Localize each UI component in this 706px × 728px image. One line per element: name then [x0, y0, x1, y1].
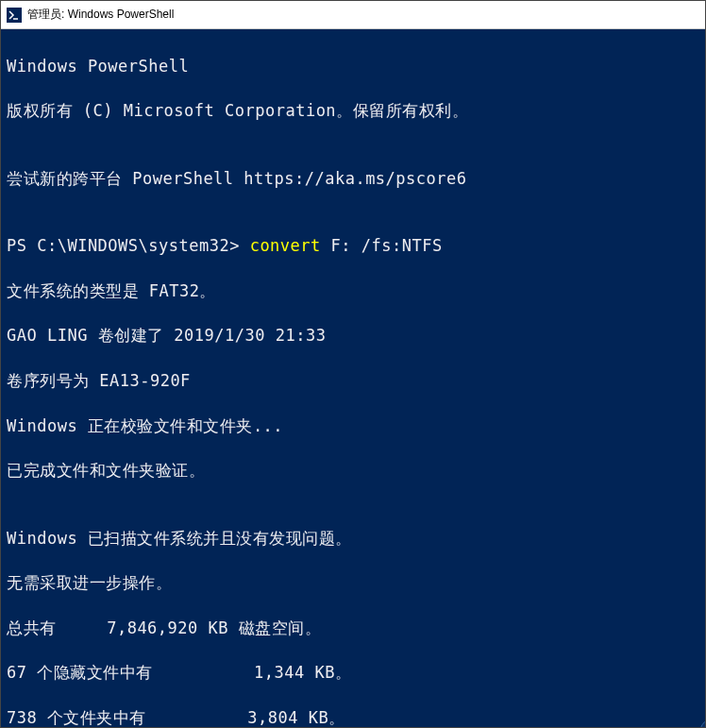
command-convert: convert — [250, 236, 321, 255]
output-line: 738 个文件夹中有 3,804 KB。 — [7, 707, 699, 727]
output-line: 尝试新的跨平台 PowerShell https://aka.ms/pscore… — [7, 168, 699, 191]
output-line: Windows PowerShell — [7, 56, 699, 78]
powershell-window: 管理员: Windows PowerShell Windows PowerShe… — [0, 0, 706, 728]
output-line: 卷序列号为 EA13-920F — [7, 370, 699, 393]
output-line: 文件系统的类型是 FAT32。 — [7, 280, 699, 303]
output-line: Windows 已扫描文件系统并且没有发现问题。 — [7, 528, 699, 550]
prompt-line: PS C:\WINDOWS\system32> convert F: /fs:N… — [7, 235, 699, 258]
output-line: 无需采取进一步操作。 — [7, 572, 699, 595]
output-line: GAO LING 卷创建了 2019/1/30 21:33 — [7, 325, 699, 347]
output-line: 已完成文件和文件夹验证。 — [7, 460, 699, 483]
titlebar[interactable]: 管理员: Windows PowerShell — [1, 1, 705, 29]
output-line: Windows 正在校验文件和文件夹... — [7, 415, 699, 438]
command-args: F: /fs:NTFS — [321, 236, 443, 255]
output-line: 版权所有 (C) Microsoft Corporation。保留所有权利。 — [7, 100, 699, 123]
titlebar-text: 管理员: Windows PowerShell — [27, 7, 174, 23]
output-line: 总共有 7,846,920 KB 磁盘空间。 — [7, 618, 699, 640]
prompt-path: PS C:\WINDOWS\system32> — [7, 236, 250, 255]
terminal-output[interactable]: Windows PowerShell 版权所有 (C) Microsoft Co… — [1, 29, 705, 727]
svg-point-1 — [699, 717, 705, 727]
powershell-icon — [7, 8, 22, 23]
output-line: 67 个隐藏文件中有 1,344 KB。 — [7, 662, 699, 685]
